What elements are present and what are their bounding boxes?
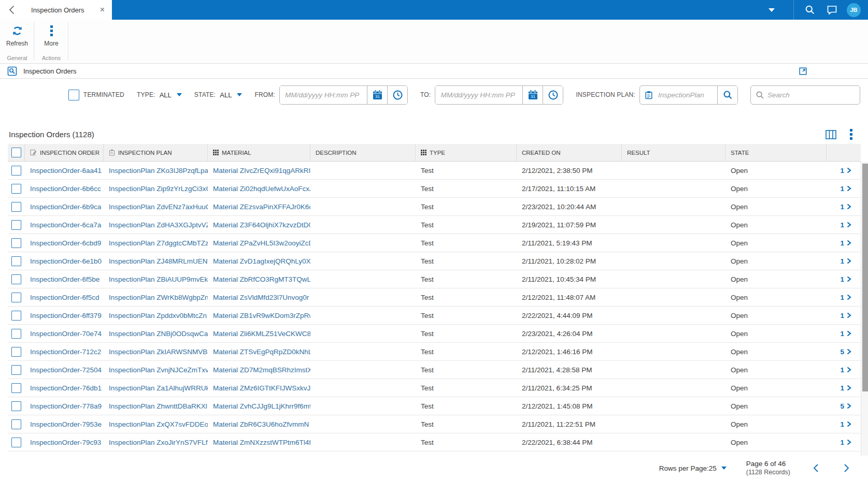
cell-inspection-order[interactable]: InspectionOrder-76db1	[25, 384, 104, 392]
cell-material[interactable]: Material ZsVldMfd23l7Unvog0r	[208, 294, 310, 301]
row-checkbox[interactable]	[11, 220, 21, 230]
row-checkbox[interactable]	[11, 438, 21, 447]
row-details-link[interactable]: 1	[827, 312, 861, 319]
terminated-checkbox[interactable]	[68, 90, 79, 100]
row-checkbox[interactable]	[11, 238, 21, 248]
row-checkbox[interactable]	[11, 184, 21, 194]
cell-inspection-plan[interactable]: InspectionPlan Zip9zYrLzgCi3xC	[104, 185, 208, 193]
row-details-link[interactable]: 1	[827, 275, 861, 283]
cell-material[interactable]: Material ZTSvEgPqRpZD0kNhL1	[208, 348, 310, 356]
scrollbar-thumb[interactable]	[862, 164, 868, 391]
cell-material[interactable]: Material ZEzsvaPinXFFAJr0K6o6	[208, 203, 310, 211]
column-header-material[interactable]: MATERIAL	[208, 144, 310, 161]
row-details-link[interactable]: 5	[827, 402, 861, 410]
cell-inspection-plan[interactable]: InspectionPlan ZJ48MRLmUENv	[104, 257, 208, 265]
column-header-inspection-plan[interactable]: INSPECTION PLAN	[104, 144, 208, 161]
cell-material[interactable]: Material Z3F64OljhiX7kzvzDtD0	[208, 221, 310, 229]
back-button[interactable]	[5, 5, 18, 14]
cell-material[interactable]: Material ZvhCJJg9L1jKhrr9f6m9	[208, 402, 310, 410]
row-details-link[interactable]: 1	[827, 203, 861, 211]
from-calendar-button[interactable]: 31	[367, 86, 387, 104]
column-header-state[interactable]: STATE	[725, 144, 827, 161]
chevron-down-icon[interactable]	[769, 8, 775, 12]
cell-inspection-order[interactable]: InspectionOrder-6f5cd	[25, 294, 104, 301]
row-details-link[interactable]: 1	[827, 330, 861, 338]
tab-close-button[interactable]: ×	[98, 5, 107, 14]
to-time-button[interactable]	[543, 86, 563, 104]
cell-material[interactable]: Material ZmNXzzstWTPtm6Tl4f	[208, 439, 310, 446]
row-details-link[interactable]: 1	[827, 185, 861, 193]
row-checkbox[interactable]	[11, 401, 21, 411]
row-details-link[interactable]: 1	[827, 420, 861, 428]
cell-inspection-order[interactable]: InspectionOrder-6b9ca	[25, 203, 104, 211]
cell-inspection-order[interactable]: InspectionOrder-6e1b0	[25, 257, 104, 265]
row-checkbox[interactable]	[11, 166, 21, 176]
row-checkbox[interactable]	[11, 311, 21, 321]
inspection-plan-search-button[interactable]	[717, 86, 737, 104]
cell-inspection-plan[interactable]: InspectionPlan ZdvENz7axHuuC	[104, 203, 208, 211]
from-datetime-input[interactable]	[280, 86, 367, 104]
column-settings-icon[interactable]	[826, 130, 836, 139]
column-header-type[interactable]: TYPE	[416, 144, 517, 161]
rows-per-page-dropdown[interactable]: Rows per Page:25	[659, 464, 727, 472]
row-checkbox[interactable]	[11, 274, 21, 284]
to-calendar-button[interactable]: 31	[522, 86, 543, 104]
row-checkbox[interactable]	[11, 347, 21, 357]
column-header-created-on[interactable]: CREATED ON	[517, 144, 622, 161]
cell-inspection-plan[interactable]: InspectionPlan ZvnjNJCeZmTxvl	[104, 366, 208, 374]
cell-material[interactable]: Material ZIvcZrEQxi91qgARkRIN	[208, 167, 310, 174]
cell-inspection-plan[interactable]: InspectionPlan Zpddxv0bMtcZn	[104, 312, 208, 319]
inspection-plan-input[interactable]	[653, 86, 717, 104]
to-datetime-input[interactable]	[435, 86, 522, 104]
cell-material[interactable]: Material Zli6KMLZ51VeCKWC8w	[208, 330, 310, 338]
cell-inspection-order[interactable]: InspectionOrder-6ff379	[25, 312, 104, 319]
cell-material[interactable]: Material ZB1vR9wKDom3rZpRw	[208, 312, 310, 319]
column-header-result[interactable]: RESULT	[622, 144, 725, 161]
row-details-link[interactable]: 1	[827, 167, 861, 174]
row-checkbox[interactable]	[11, 365, 21, 375]
previous-page-button[interactable]	[810, 462, 821, 474]
cell-material[interactable]: Material ZbR6C3U6hoZfvmmN	[208, 420, 310, 428]
cell-inspection-plan[interactable]: InspectionPlan ZhwnttDBaRKXl	[104, 402, 208, 410]
cell-inspection-plan[interactable]: InspectionPlan ZBiAUUP9mvEk	[104, 275, 208, 283]
cell-inspection-plan[interactable]: InspectionPlan ZxQX7svFDDEor	[104, 420, 208, 428]
cell-material[interactable]: Material Zi02hqdUefwUxAoFcxJ	[208, 185, 310, 193]
cell-inspection-order[interactable]: InspectionOrder-6f5be	[25, 275, 104, 283]
cell-inspection-order[interactable]: InspectionOrder-72504	[25, 366, 104, 374]
cell-inspection-plan[interactable]: InspectionPlan ZkIARWSNMVBl	[104, 348, 208, 356]
cell-material[interactable]: Material ZD7M2mqBSRhzImstX	[208, 366, 310, 374]
cell-inspection-order[interactable]: InspectionOrder-7953e	[25, 420, 104, 428]
vertical-scrollbar[interactable]	[861, 162, 868, 456]
cell-inspection-order[interactable]: InspectionOrder-6ca7a	[25, 221, 104, 229]
cell-material[interactable]: Material ZPaZvHL5I3w2ooyiZcD	[208, 239, 310, 247]
next-page-button[interactable]	[841, 462, 852, 474]
cell-material[interactable]: Material ZvD1agIxejQRQhLy0Xh	[208, 257, 310, 265]
row-details-link[interactable]: 1	[827, 257, 861, 265]
cell-inspection-order[interactable]: InspectionOrder-6b6cc	[25, 185, 104, 193]
cell-inspection-plan[interactable]: InspectionPlan ZxoJirYnS7VFLf9	[104, 439, 208, 446]
select-all-checkbox[interactable]	[11, 148, 21, 157]
cell-inspection-order[interactable]: InspectionOrder-778a9	[25, 402, 104, 410]
row-details-link[interactable]: 5	[827, 348, 861, 356]
row-checkbox[interactable]	[11, 202, 21, 212]
cell-inspection-order[interactable]: InspectionOrder-70e74	[25, 330, 104, 338]
user-avatar[interactable]: JB	[847, 3, 861, 17]
cell-inspection-plan[interactable]: InspectionPlan ZKo3IJ8PzqfLpa	[104, 167, 208, 174]
column-header-description[interactable]: DESCRIPTION	[310, 144, 416, 161]
cell-inspection-order[interactable]: InspectionOrder-6cbd9	[25, 239, 104, 247]
cell-inspection-plan[interactable]: InspectionPlan ZNBj0ODsqwCa	[104, 330, 208, 338]
from-time-button[interactable]	[387, 86, 407, 104]
row-details-link[interactable]: 1	[827, 221, 861, 229]
row-details-link[interactable]: 1	[827, 239, 861, 247]
more-button[interactable]: More	[39, 23, 63, 48]
cell-inspection-order[interactable]: InspectionOrder-6aa41	[25, 167, 104, 174]
cell-inspection-plan[interactable]: InspectionPlan Za1AlhujWRRUk	[104, 384, 208, 392]
cell-inspection-plan[interactable]: InspectionPlan ZdHA3XGJptvVZ	[104, 221, 208, 229]
row-checkbox[interactable]	[11, 293, 21, 302]
row-checkbox[interactable]	[11, 256, 21, 266]
refresh-button[interactable]: Refresh	[1, 23, 33, 48]
row-checkbox[interactable]	[11, 329, 21, 339]
column-header-inspection-order[interactable]: INSPECTION ORDER	[25, 144, 104, 161]
row-details-link[interactable]: 1	[827, 294, 861, 301]
cell-inspection-plan[interactable]: InspectionPlan ZWrKb8WgbpZn	[104, 294, 208, 301]
